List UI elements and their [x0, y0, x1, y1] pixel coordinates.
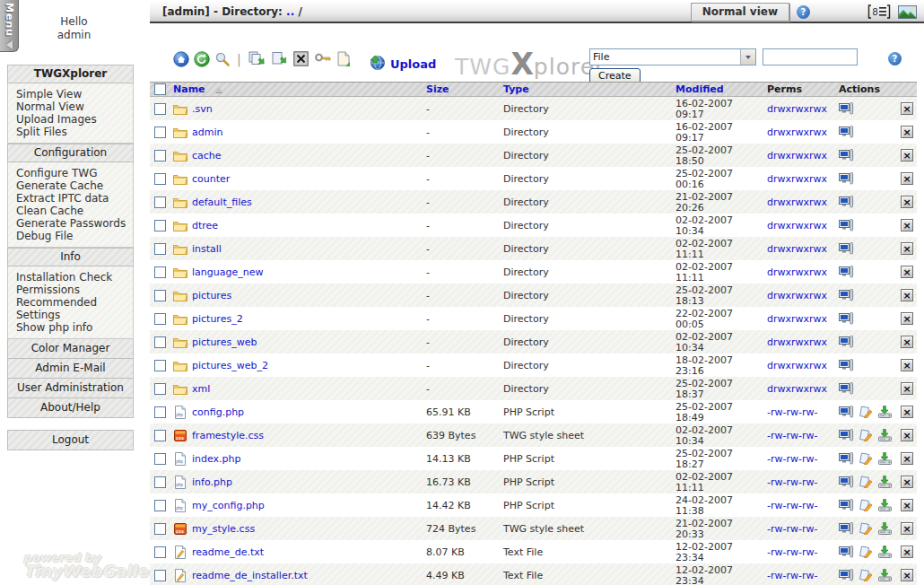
sidebar-item[interactable]: Normal View: [16, 100, 129, 113]
delete-icon[interactable]: [293, 51, 309, 69]
delete-button[interactable]: ×: [901, 336, 913, 348]
delete-button[interactable]: ×: [901, 499, 913, 511]
perms-link[interactable]: drwxrwxrwx: [767, 313, 827, 325]
row-checkbox[interactable]: [154, 360, 166, 371]
file-name-link[interactable]: my_config.php: [192, 500, 265, 511]
view-icon[interactable]: [839, 522, 854, 535]
delete-button[interactable]: ×: [901, 312, 913, 325]
row-checkbox[interactable]: [154, 383, 166, 395]
sort-by-type[interactable]: Type: [503, 83, 529, 95]
download-icon[interactable]: [878, 429, 892, 441]
delete-button[interactable]: ×: [901, 172, 913, 185]
perms-link[interactable]: -rw-rw-rw-: [767, 476, 817, 488]
file-name-link[interactable]: xml: [192, 383, 210, 395]
view-icon[interactable]: [839, 242, 854, 255]
file-name-link[interactable]: info.php: [192, 476, 232, 488]
perms-link[interactable]: drwxrwxrwx: [767, 336, 827, 348]
delete-button[interactable]: ×: [901, 546, 913, 558]
perms-link[interactable]: drwxrwxrwx: [767, 266, 827, 278]
edit-icon[interactable]: [859, 476, 873, 488]
row-checkbox[interactable]: [154, 453, 166, 465]
perms-link[interactable]: drwxrwxrwx: [767, 290, 827, 301]
view-icon[interactable]: [839, 476, 854, 488]
delete-button[interactable]: ×: [901, 406, 913, 418]
download-icon[interactable]: [878, 476, 892, 488]
create-type-select[interactable]: File: [589, 48, 756, 65]
delete-button[interactable]: ×: [901, 359, 913, 371]
file-name-link[interactable]: readme_de_installer.txt: [192, 570, 308, 581]
file-name-link[interactable]: my_style.css: [192, 523, 255, 535]
edit-icon[interactable]: [859, 546, 873, 558]
view-icon[interactable]: [839, 336, 854, 348]
row-checkbox[interactable]: [154, 500, 166, 511]
file-name-link[interactable]: dtree: [192, 220, 218, 231]
delete-button[interactable]: ×: [901, 149, 913, 162]
perms-link[interactable]: -rw-rw-rw-: [767, 570, 817, 581]
parent-directory-link[interactable]: ..: [286, 5, 294, 18]
sidebar-item[interactable]: Generate Passwords: [16, 217, 129, 230]
delete-button[interactable]: ×: [901, 102, 913, 115]
select-dropdown-button[interactable]: [740, 49, 755, 65]
view-icon[interactable]: [839, 452, 854, 465]
copy-icon[interactable]: [248, 51, 266, 70]
row-checkbox[interactable]: [154, 173, 166, 185]
help-icon[interactable]: ?: [797, 5, 810, 19]
delete-button[interactable]: ×: [901, 219, 913, 231]
file-name-link[interactable]: pictures_2: [192, 313, 243, 325]
row-checkbox[interactable]: [154, 336, 166, 348]
view-icon[interactable]: [839, 382, 854, 395]
home-icon[interactable]: [173, 51, 189, 70]
perms-link[interactable]: drwxrwxrwx: [767, 360, 827, 371]
delete-button[interactable]: ×: [901, 522, 913, 535]
sidebar-item[interactable]: Simple View: [16, 88, 129, 100]
edit-icon[interactable]: [859, 429, 873, 441]
select-all-checkbox[interactable]: [154, 83, 166, 95]
row-checkbox[interactable]: [154, 546, 166, 558]
view-icon[interactable]: [839, 126, 854, 138]
sidebar-item[interactable]: Permissions: [16, 284, 129, 296]
new-file-icon[interactable]: [336, 51, 352, 70]
perms-link[interactable]: drwxrwxrwx: [767, 173, 827, 185]
sort-by-name[interactable]: Name: [173, 83, 205, 95]
delete-button[interactable]: ×: [901, 476, 913, 488]
perms-link[interactable]: drwxrwxrwx: [767, 127, 827, 138]
file-name-link[interactable]: pictures: [192, 290, 231, 301]
perms-link[interactable]: -rw-rw-rw-: [767, 430, 817, 441]
edit-icon[interactable]: [859, 569, 873, 581]
menu-tab[interactable]: Menu: [0, 0, 19, 52]
sidebar-item[interactable]: Show php info: [16, 321, 129, 334]
perms-link[interactable]: drwxrwxrwx: [767, 196, 827, 208]
sidebar-button[interactable]: Admin E-Mail: [7, 359, 134, 379]
view-icon[interactable]: [839, 172, 854, 185]
file-name-link[interactable]: .svn: [192, 103, 213, 115]
row-checkbox[interactable]: [154, 570, 166, 581]
view-icon[interactable]: [839, 219, 854, 231]
search-icon[interactable]: [214, 51, 231, 70]
view-icon[interactable]: [839, 406, 854, 418]
download-icon[interactable]: [878, 499, 892, 511]
sidebar-button[interactable]: About/Help: [7, 398, 134, 418]
download-icon[interactable]: [878, 406, 892, 418]
file-name-link[interactable]: config.php: [192, 406, 244, 418]
perms-link[interactable]: -rw-rw-rw-: [767, 546, 817, 558]
perms-link[interactable]: -rw-rw-rw-: [767, 523, 817, 535]
view-icon[interactable]: [839, 196, 854, 208]
edit-icon[interactable]: [859, 406, 873, 418]
perms-link[interactable]: drwxrwxrwx: [767, 243, 827, 255]
view-icon[interactable]: [839, 359, 854, 371]
move-icon[interactable]: [271, 51, 288, 70]
perms-link[interactable]: drwxrwxrwx: [767, 383, 827, 395]
file-name-link[interactable]: pictures_web: [192, 336, 257, 348]
permissions-key-icon[interactable]: [314, 51, 332, 69]
sidebar-item[interactable]: Recommended Settings: [16, 296, 129, 321]
create-name-input[interactable]: [763, 48, 858, 65]
sidebar-item[interactable]: Generate Cache: [16, 179, 129, 192]
row-checkbox[interactable]: [154, 150, 166, 162]
delete-button[interactable]: ×: [901, 289, 913, 301]
perms-link[interactable]: drwxrwxrwx: [767, 103, 827, 115]
perms-link[interactable]: drwxrwxrwx: [767, 150, 827, 162]
sort-by-modified[interactable]: Modified: [676, 84, 724, 95]
row-checkbox[interactable]: [154, 313, 166, 325]
row-checkbox[interactable]: [154, 243, 166, 255]
sidebar-item[interactable]: Installation Check: [16, 271, 129, 284]
